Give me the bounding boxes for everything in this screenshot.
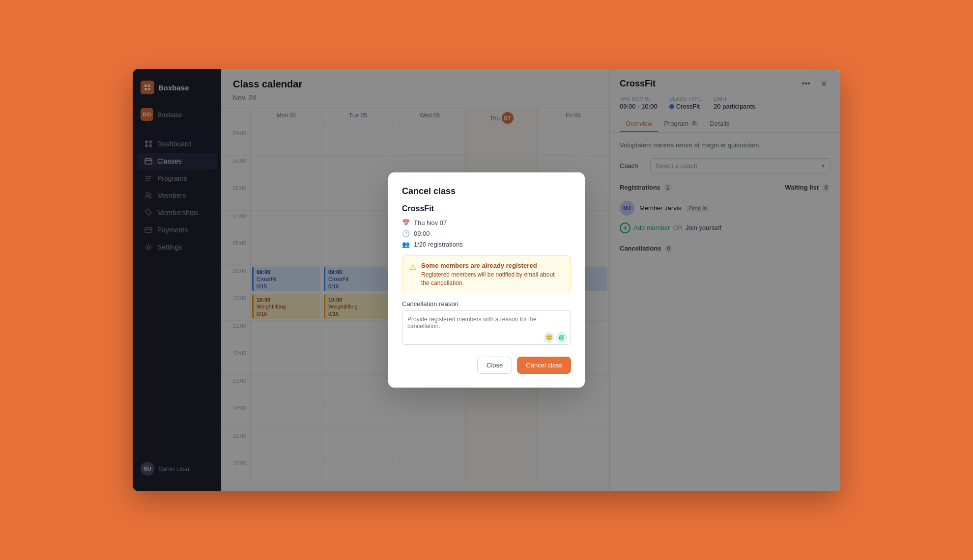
modal-date: Thu Nov 07	[414, 219, 447, 226]
modal-footer: Close Cancel class	[402, 357, 571, 374]
modal-date-row: 📅 Thu Nov 07	[402, 219, 571, 227]
warning-icon: ⚠	[409, 262, 416, 287]
modal-class-name: CrossFit	[402, 204, 571, 213]
warning-body: Registered members will be notified by e…	[421, 271, 564, 287]
modal-close-button[interactable]: Close	[477, 357, 512, 374]
mention-button[interactable]: @	[556, 332, 567, 343]
cancel-class-modal: Cancel class CrossFit 📅 Thu Nov 07 🕐 09:…	[388, 172, 585, 388]
modal-cancel-class-button[interactable]: Cancel class	[517, 357, 571, 374]
textarea-icons: 🙂 @	[544, 332, 567, 343]
users-info-icon: 👥	[402, 241, 410, 249]
modal-registrations: 1/20 registrations	[414, 241, 463, 248]
modal-registrations-row: 👥 1/20 registrations	[402, 241, 571, 249]
modal-overlay: Cancel class CrossFit 📅 Thu Nov 07 🕐 09:…	[133, 69, 840, 491]
emoji-button[interactable]: 🙂	[544, 332, 554, 343]
clock-info-icon: 🕐	[402, 230, 410, 238]
textarea-wrapper: 🙂 @	[402, 310, 571, 347]
reason-label: Cancellation reason	[402, 300, 571, 308]
calendar-info-icon: 📅	[402, 219, 410, 227]
modal-title: Cancel class	[402, 186, 571, 196]
modal-time: 09:00	[414, 230, 430, 237]
warning-box: ⚠ Some members are already registered Re…	[402, 255, 571, 294]
warning-text: Some members are already registered Regi…	[421, 262, 564, 287]
warning-title: Some members are already registered	[421, 262, 564, 269]
modal-time-row: 🕐 09:00	[402, 230, 571, 238]
